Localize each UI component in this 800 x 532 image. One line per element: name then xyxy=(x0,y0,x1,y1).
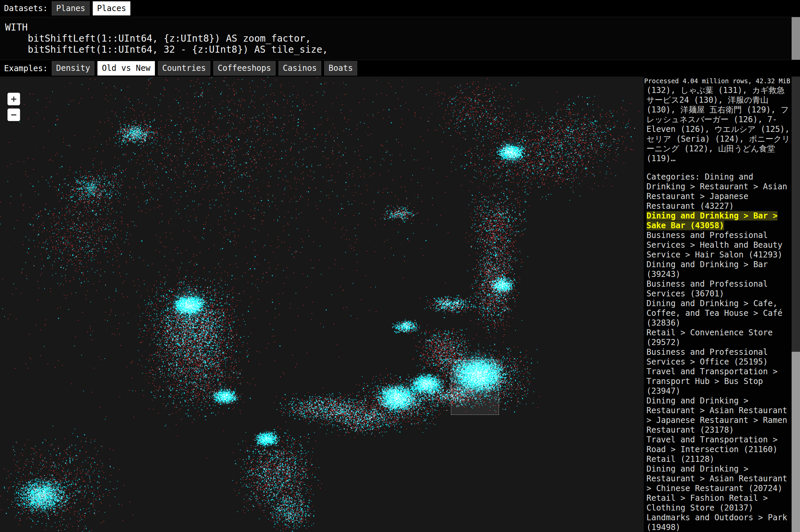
category-item: Dining and Drinking > Restaurant > Asian… xyxy=(647,396,790,435)
category-item: Dining and Drinking > Bar (39243) xyxy=(647,260,790,279)
category-item: Travel and Transportation > Transport Hu… xyxy=(647,367,790,396)
category-item: Landmarks and Outdoors > Park (19498) xyxy=(647,513,790,532)
categories-list: Categories: Dining and Drinking > Restau… xyxy=(647,172,790,532)
category-item: Categories: Dining and Drinking > Restau… xyxy=(647,172,790,211)
dataset-button-planes[interactable]: Planes xyxy=(52,1,90,16)
datasets-label: Datasets: xyxy=(4,4,48,13)
sql-editor[interactable]: WITH bitShiftLeft(1::UInt64, {z:UInt8}) … xyxy=(0,17,800,60)
category-item: Retail > Convenience Store (29572) xyxy=(647,328,790,347)
sql-query-text[interactable]: WITH bitShiftLeft(1::UInt64, {z:UInt8}) … xyxy=(0,17,800,55)
category-item: Retail > Fashion Retail > Clothing Store… xyxy=(647,493,790,513)
examples-bar: Examples: Density Old vs New Countries C… xyxy=(0,60,800,77)
top-brands-text: (132), しゃぶ葉 (131), カギ救急サービス24 (130), 洋服の… xyxy=(647,86,790,164)
map-points-canvas[interactable] xyxy=(0,77,644,532)
sidebar-scrollbar-thumb[interactable] xyxy=(792,352,800,532)
zoom-in-button[interactable]: + xyxy=(7,93,20,106)
sql-editor-scrollbar-thumb[interactable] xyxy=(792,17,800,60)
datasets-bar: Datasets: Planes Places xyxy=(0,0,800,17)
category-text-highlighted: Dining and Drinking > Bar > Sake Bar (43… xyxy=(647,211,778,230)
category-item: Travel and Transportation > Road > Inter… xyxy=(647,435,790,454)
example-button-countries[interactable]: Countries xyxy=(158,61,210,75)
map-selection-box[interactable] xyxy=(451,360,499,415)
stats-sidebar: Processed 4.04 million rows, 42.32 MiB (… xyxy=(644,77,792,532)
examples-label: Examples: xyxy=(4,64,48,73)
category-item: Business and Professional Services (3670… xyxy=(647,279,790,299)
dataset-button-places[interactable]: Places xyxy=(93,1,131,16)
example-button-boats[interactable]: Boats xyxy=(324,61,357,75)
example-button-casinos[interactable]: Casinos xyxy=(278,61,321,75)
category-item: Business and Professional Services > Off… xyxy=(647,347,790,367)
query-status: Processed 4.04 million rows, 42.32 MiB xyxy=(644,77,790,86)
category-item: Business and Professional Services > Hea… xyxy=(647,231,790,260)
map-zoom-control: + − xyxy=(7,93,20,124)
sidebar-scrollbar[interactable] xyxy=(792,77,800,532)
zoom-out-button[interactable]: − xyxy=(7,109,20,121)
example-button-coffeeshops[interactable]: Coffeeshops xyxy=(213,61,275,75)
example-button-density[interactable]: Density xyxy=(52,61,94,75)
category-item: Dining and Drinking > Restaurant > Asian… xyxy=(647,464,790,493)
example-button-old-vs-new[interactable]: Old vs New xyxy=(97,61,155,75)
category-item: Dining and Drinking > Cafe, Coffee, and … xyxy=(647,299,790,328)
sql-editor-scrollbar[interactable] xyxy=(792,17,800,60)
categories-label: Categories: xyxy=(647,172,705,182)
map[interactable]: + − xyxy=(0,77,644,532)
category-item: Retail (21128) xyxy=(647,454,790,464)
category-item-highlighted: Dining and Drinking > Bar > Sake Bar (43… xyxy=(647,211,790,231)
